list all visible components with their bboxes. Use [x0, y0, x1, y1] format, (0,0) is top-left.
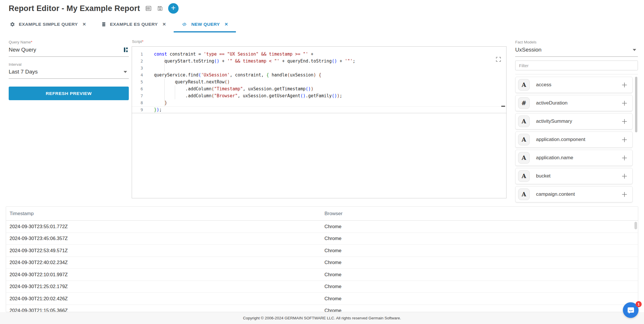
fact-model-field-access[interactable]: Aaccess: [515, 77, 633, 93]
tab-new-query[interactable]: NEW QUERY✕: [174, 17, 236, 32]
field-name: campaign.content: [536, 191, 621, 197]
field-name: access: [536, 82, 621, 88]
line-number: 6: [132, 85, 149, 92]
fact-model-field-bucket[interactable]: Abucket: [515, 168, 633, 184]
table-row: 2024-09-30T21:20:02.426ZChrome: [6, 293, 638, 305]
table-row: 2024-09-30T22:10:01.997ZChrome: [6, 269, 638, 281]
code-line[interactable]: 7 .addColumn("Browser", uxSession.getUse…: [132, 92, 506, 99]
code-text: const constraint = 'type == "UX Session"…: [154, 51, 506, 58]
code-text: queryService.find('UxSession', constrain…: [154, 72, 506, 78]
refresh-preview-button[interactable]: REFRESH PREVIEW: [9, 87, 129, 100]
chat-bubble-icon: [627, 306, 635, 314]
save-report-icon[interactable]: [157, 5, 163, 12]
code-text: });: [154, 106, 506, 113]
code-text: .addColumn("Timestamp", uxSession.getTim…: [154, 85, 506, 92]
code-icon: [181, 22, 188, 27]
add-field-icon[interactable]: [621, 82, 628, 88]
code-line[interactable]: 9});: [132, 106, 506, 113]
indent-guide: [164, 58, 165, 65]
interval-select[interactable]: Last 7 Days: [9, 67, 129, 79]
database-icon: [101, 22, 106, 27]
add-field-icon[interactable]: [621, 173, 628, 180]
number-field-icon: #: [518, 97, 530, 109]
script-editor[interactable]: 1const constraint = 'type == "UX Session…: [132, 46, 507, 198]
fact-model-field-activeduration[interactable]: #activeDuration: [515, 95, 633, 111]
close-tab-icon[interactable]: ✕: [162, 22, 166, 27]
table-row: 2024-09-30T23:55:01.772ZChrome: [6, 221, 638, 233]
code-line[interactable]: 8 }: [132, 99, 506, 106]
query-name-input[interactable]: [9, 47, 110, 53]
chevron-down-icon: [124, 71, 127, 73]
table-cell: 2024-09-30T21:20:02.426Z: [10, 296, 324, 301]
indent-guide: [164, 78, 165, 85]
line-number: 4: [132, 72, 149, 78]
page-title: Report Editor - My Example Report: [9, 4, 140, 13]
code-line[interactable]: 6 .addColumn("Timestamp", uxSession.getT…: [132, 85, 506, 92]
footer: Copyright © 2006-2024 GERMAIN SOFTWARE L…: [0, 312, 644, 324]
fact-model-field-application-component[interactable]: Aapplication.component: [515, 131, 633, 148]
scrollbar-thumb[interactable]: [634, 222, 637, 229]
table-cell: Chrome: [324, 248, 638, 253]
indent-guide: [175, 92, 175, 99]
script-label: Script*: [132, 39, 144, 44]
column-header-timestamp: Timestamp: [10, 211, 324, 217]
table-cell: Chrome: [324, 272, 638, 277]
fact-model-select[interactable]: UxSession: [515, 45, 638, 57]
code-line[interactable]: 4queryService.find('UxSession', constrai…: [132, 72, 506, 78]
code-line[interactable]: 2 queryStart.toString() + '" && timestam…: [132, 58, 506, 65]
table-cell: 2024-09-30T22:10:01.997Z: [10, 272, 324, 277]
field-name: application.name: [536, 155, 621, 161]
table-cell: Chrome: [324, 296, 638, 301]
table-cell: Chrome: [324, 284, 638, 289]
query-form: Query Name* Interval Last 7 Days REFRESH…: [9, 39, 129, 100]
table-row: 2024-09-30T23:45:06.357ZChrome: [6, 233, 638, 245]
report-list-icon[interactable]: [145, 5, 152, 12]
text-field-icon: A: [518, 170, 530, 182]
table-cell: 2024-09-30T21:25:02.179Z: [10, 284, 324, 289]
fact-model-field-campaign-content[interactable]: Acampaign.content: [515, 186, 633, 202]
field-name: activeDuration: [536, 100, 621, 106]
fact-model-field-application-name[interactable]: Aapplication.name: [515, 150, 633, 166]
table-cell: 2024-09-30T22:53:49.571Z: [10, 248, 324, 253]
close-tab-icon[interactable]: ✕: [82, 22, 86, 27]
table-cell: 2024-09-30T21:15:05.366Z: [10, 308, 324, 312]
code-text: }: [154, 99, 506, 106]
table-row: 2024-09-30T21:25:02.179ZChrome: [6, 281, 638, 293]
close-tab-icon[interactable]: ✕: [225, 22, 228, 27]
tab-example-es-query[interactable]: EXAMPLE ES QUERY✕: [94, 17, 174, 32]
code-line[interactable]: 3: [132, 65, 506, 72]
tab-label: EXAMPLE ES QUERY: [110, 22, 158, 27]
line-number: 1: [132, 51, 149, 58]
query-name-field: [9, 45, 129, 57]
line-number: 2: [132, 58, 149, 65]
code-line[interactable]: 5 queryResult.nextRow(): [132, 78, 506, 85]
tab-example-simple-query[interactable]: EXAMPLE SIMPLE QUERY✕: [9, 17, 94, 32]
filter-input[interactable]: [515, 61, 638, 70]
table-cell: 2024-09-30T22:40:02.234Z: [10, 260, 324, 265]
add-field-icon[interactable]: [621, 191, 628, 198]
code-text: queryStart.toString() + '" && timestamp …: [154, 58, 506, 65]
add-field-icon[interactable]: [621, 100, 628, 107]
fact-models-panel: Fact Models UxSession Aaccess#activeDura…: [515, 39, 638, 204]
code-line[interactable]: 1const constraint = 'type == "UX Session…: [132, 51, 506, 58]
fact-model-field-activitysummary[interactable]: AactivitySummary: [515, 113, 633, 129]
indent-guide: [175, 85, 175, 92]
tab-label: EXAMPLE SIMPLE QUERY: [19, 22, 78, 27]
text-field-icon: A: [518, 134, 530, 145]
add-field-icon[interactable]: [621, 136, 628, 143]
interval-label: Interval: [9, 62, 129, 67]
copyright-text: Copyright © 2006-2024 GERMAIN SOFTWARE L…: [243, 316, 401, 320]
query-tabs: EXAMPLE SIMPLE QUERY✕EXAMPLE ES QUERY✕NE…: [9, 17, 236, 32]
scrollbar-thumb[interactable]: [635, 77, 637, 132]
indent-guide: [164, 92, 165, 99]
line-number: 9: [132, 106, 149, 113]
fact-model-value: UxSession: [515, 47, 617, 53]
add-field-icon[interactable]: [621, 155, 628, 161]
table-body: 2024-09-30T23:55:01.772ZChrome2024-09-30…: [6, 221, 638, 312]
column-header-browser: Browser: [324, 211, 638, 217]
add-query-button[interactable]: +: [168, 3, 179, 14]
insert-column-icon[interactable]: [123, 47, 129, 53]
text-field-icon: A: [518, 188, 530, 200]
add-field-icon[interactable]: [621, 118, 628, 125]
fact-models-label: Fact Models: [515, 40, 537, 44]
